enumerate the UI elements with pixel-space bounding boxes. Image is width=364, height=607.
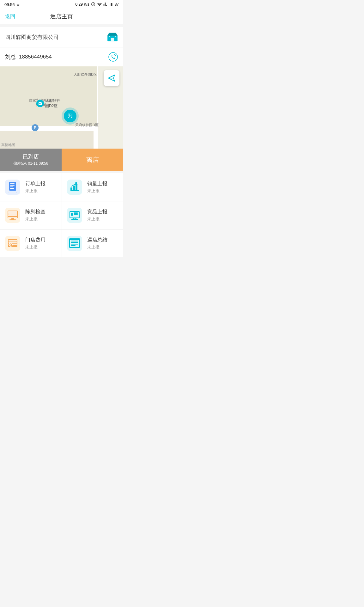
wifi-icon	[97, 2, 102, 7]
order-icon	[5, 180, 20, 195]
svg-rect-42	[71, 244, 78, 245]
map-section: 天府软件园D区 自家安业外勤软件公司 天府软件园D区 天府软件园D2座 到 P	[0, 66, 123, 149]
location-pin: 到	[62, 107, 79, 125]
svg-rect-29	[71, 213, 73, 216]
signal-icon	[103, 2, 108, 7]
contact-name: 刘总	[5, 53, 16, 61]
alarm-icon	[91, 2, 96, 7]
poi-tianfu-d2: 天府软件园D2座	[36, 98, 60, 109]
menu-item-display-check[interactable]: 陈列检查 未上报	[0, 201, 62, 229]
display-check-sub: 未上报	[25, 216, 46, 222]
store-expense-sub: 未上报	[25, 244, 46, 250]
svg-rect-24	[8, 217, 17, 218]
svg-rect-9	[40, 103, 41, 104]
map-background: 天府软件园D区 自家安业外勤软件公司 天府软件园D区 天府软件园D2座 到 P	[0, 66, 123, 149]
store-name: 四川辉图商贸有限公司	[5, 34, 59, 41]
sales-report-sub: 未上报	[87, 188, 107, 194]
menu-item-store-expense[interactable]: ¥ 门店费用 未上报	[0, 230, 62, 257]
svg-point-4	[115, 36, 116, 37]
action-row: 已到店 偏差5米 01-11 09:56 离店	[0, 149, 123, 171]
svg-rect-6	[39, 102, 42, 105]
nav-bar: 返回 巡店主页	[0, 9, 123, 24]
order-report-sub: 未上报	[25, 188, 46, 194]
svg-rect-26	[9, 219, 16, 220]
competitor-report-text: 竞品上报 未上报	[87, 209, 107, 222]
sales-report-text: 销量上报 未上报	[87, 181, 107, 194]
store-name-row: 四川辉图商贸有限公司	[0, 27, 123, 47]
tour-summary-sub: 未上报	[87, 244, 107, 250]
svg-rect-31	[74, 214, 78, 215]
store-icon	[107, 32, 118, 42]
store-info-section: 四川辉图商贸有限公司 刘总 18856449654	[0, 27, 123, 66]
svg-rect-16	[10, 188, 14, 189]
checkin-sub-label: 偏差5米 01-11 09:56	[0, 161, 62, 166]
amap-label: 高德地图	[1, 143, 15, 147]
sales-icon	[67, 180, 82, 195]
menu-item-order-report[interactable]: 订单上报 未上报	[0, 173, 62, 201]
svg-point-20	[75, 182, 77, 184]
competitor-report-sub: 未上报	[87, 216, 107, 222]
svg-rect-41	[71, 242, 78, 243]
svg-rect-30	[74, 212, 78, 214]
contact-info: 刘总 18856449654	[5, 53, 52, 61]
leave-button[interactable]: 离店	[62, 149, 123, 171]
leave-label: 离店	[86, 156, 99, 164]
store-expense-title: 门店费用	[25, 237, 46, 243]
display-check-title: 陈列检查	[25, 209, 46, 215]
parking-marker: P	[32, 124, 39, 131]
svg-rect-1	[111, 38, 114, 41]
svg-point-3	[109, 36, 110, 37]
pin-label: 到	[64, 110, 76, 122]
sales-report-title: 销量上报	[87, 181, 107, 187]
status-bar: 09:56 ∞ 0.29 K/s 87	[0, 0, 123, 9]
svg-rect-34	[9, 240, 17, 242]
page-title: 巡店主页	[50, 13, 73, 20]
contact-row: 刘总 18856449654	[0, 47, 123, 66]
svg-rect-22	[8, 211, 17, 214]
battery-level: 87	[115, 2, 119, 7]
competitor-report-title: 竞品上报	[87, 209, 107, 215]
store-expense-text: 门店费用 未上报	[25, 237, 46, 250]
svg-rect-13	[10, 183, 15, 184]
navigate-button[interactable]	[104, 70, 119, 86]
back-button[interactable]: 返回	[5, 13, 15, 20]
network-speed: 0.29 K/s	[76, 2, 89, 7]
svg-point-5	[109, 52, 118, 61]
svg-rect-8	[39, 103, 40, 104]
svg-rect-12	[9, 182, 16, 191]
tour-summary-text: 巡店总结 未上报	[87, 237, 107, 250]
charging-icon	[110, 2, 113, 7]
svg-rect-40	[71, 241, 78, 242]
svg-rect-2	[109, 34, 117, 36]
svg-rect-43	[71, 245, 76, 246]
order-report-title: 订单上报	[25, 181, 46, 187]
menu-item-sales-report[interactable]: 销量上报 未上报	[62, 173, 124, 201]
competitor-icon	[67, 208, 82, 223]
summary-icon	[67, 236, 82, 251]
map-label-tianfu-d: 天府软件园D区	[70, 72, 101, 77]
svg-rect-23	[8, 214, 17, 216]
svg-rect-44	[70, 239, 80, 240]
display-icon	[5, 208, 20, 223]
contact-phone: 18856449654	[19, 54, 52, 60]
svg-rect-15	[10, 187, 13, 187]
checkin-label: 已到店	[0, 153, 62, 160]
checkin-button[interactable]: 已到店 偏差5米 01-11 09:56	[0, 149, 62, 171]
tour-summary-title: 巡店总结	[87, 237, 107, 243]
svg-rect-14	[10, 185, 15, 186]
display-check-text: 陈列检查 未上报	[25, 209, 46, 222]
svg-rect-7	[39, 102, 41, 103]
phone-icon[interactable]	[108, 52, 118, 62]
order-report-text: 订单上报 未上报	[25, 181, 46, 194]
menu-grid: 订单上报 未上报 销量上报 未上报	[0, 173, 123, 257]
status-time: 09:56	[4, 2, 15, 7]
svg-text:¥: ¥	[10, 244, 11, 246]
infinite-icon: ∞	[17, 2, 20, 7]
menu-item-tour-summary[interactable]: 巡店总结 未上报	[62, 230, 124, 257]
menu-item-competitor-report[interactable]: 竞品上报 未上报	[62, 201, 124, 229]
expense-icon: ¥	[5, 236, 20, 251]
